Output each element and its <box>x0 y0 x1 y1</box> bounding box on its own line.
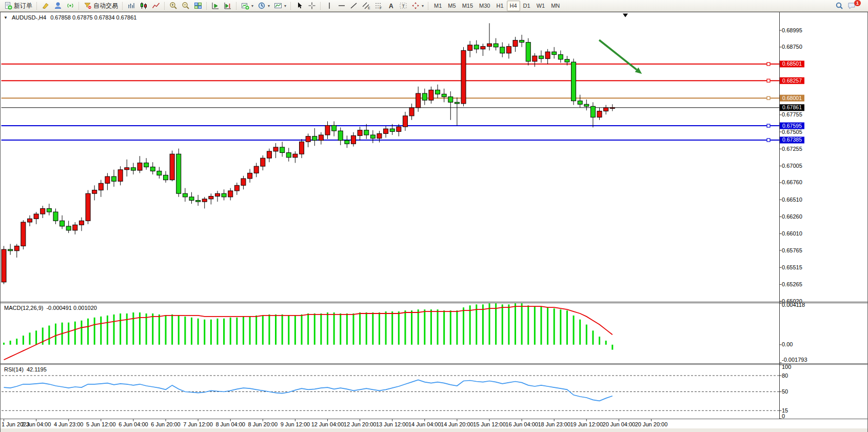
price-tick-label: 0.66510 <box>782 197 802 203</box>
candle <box>125 168 129 170</box>
toolbar-trendline-button[interactable] <box>348 1 360 11</box>
toolbar-zoom-in-button[interactable] <box>167 1 180 11</box>
linechart-icon <box>152 2 160 10</box>
price-tick-label: 0.68750 <box>782 44 802 50</box>
toolbar-vertical-line-button[interactable] <box>323 1 336 11</box>
text-t-icon: T <box>399 2 407 10</box>
toolbar-zoom-out-button[interactable] <box>180 1 192 11</box>
dropdown-caret-icon[interactable]: ▾ <box>422 4 424 8</box>
price-tick-label: 0.67505 <box>782 129 802 135</box>
toolbar-candle-chart-mode-button[interactable] <box>137 1 150 11</box>
timeframe-W1-button[interactable]: W1 <box>534 1 548 11</box>
toolbar-crosshair-button[interactable] <box>306 1 318 11</box>
toolbar-arrows-button[interactable]: ▾ <box>409 1 426 11</box>
svg-text:T: T <box>402 4 405 9</box>
macd-histogram-bar <box>566 310 568 345</box>
macd-histogram-bar <box>340 313 341 345</box>
toolbar-fibonacci-button[interactable]: F <box>372 1 385 11</box>
text-a-icon: A <box>387 2 395 10</box>
toolbar-cursor-button[interactable] <box>293 1 306 11</box>
candle <box>506 46 511 53</box>
candle <box>222 193 226 197</box>
toolbar-indicators-list-button[interactable]: ▾ <box>239 1 255 11</box>
macd-histogram-bar <box>540 306 542 345</box>
arrows-icon <box>411 2 420 10</box>
candle <box>442 94 446 96</box>
level-handle[interactable] <box>767 124 770 127</box>
candle <box>41 208 45 214</box>
toolbar-text-button[interactable]: A <box>385 1 397 11</box>
time-axis-label: 6 Jun 20:00 <box>151 421 181 427</box>
toolbar-market-signal-button[interactable] <box>64 1 76 11</box>
candle <box>448 97 453 103</box>
toolbar-tile-windows-button[interactable] <box>192 1 204 11</box>
timeframe-MN-button[interactable]: MN <box>548 1 563 11</box>
bars-icon <box>127 2 135 10</box>
toolbar-text-label-button[interactable]: T <box>397 1 409 11</box>
toolbar-profile-button[interactable] <box>52 1 64 11</box>
timeframe-H1-button[interactable]: H1 <box>493 1 506 11</box>
timeframe-M5-button[interactable]: M5 <box>445 1 459 11</box>
price-tag-text: 0.68257 <box>782 77 802 84</box>
toolbar: 新订单自动交易▾▾▾EFAT▾M1M5M15M30H1H4D1W1MN1 <box>0 0 868 12</box>
macd-histogram-bar <box>352 313 354 345</box>
candle <box>571 62 576 101</box>
candle <box>280 147 285 153</box>
window-bottom-strip <box>1 428 867 432</box>
time-axis-label: 15 Jun 12:00 <box>473 421 506 427</box>
toolbar-templates-button[interactable]: ▾ <box>272 1 288 11</box>
toolbar-auto-trading-button[interactable]: 自动交易 <box>82 1 120 11</box>
macd-histogram-bar <box>55 324 56 345</box>
level-handle[interactable] <box>767 79 770 82</box>
toolbar-separator <box>428 2 429 10</box>
dropdown-caret-icon[interactable]: ▾ <box>251 4 253 8</box>
timeframe-M1-button[interactable]: M1 <box>431 1 445 11</box>
candle <box>267 151 271 158</box>
level-handle[interactable] <box>767 63 770 66</box>
candle <box>241 179 246 185</box>
price-tick-label: 0.65515 <box>782 264 802 270</box>
candle <box>21 222 26 246</box>
toolbar-styler-button[interactable] <box>40 1 52 11</box>
macd-title: MACD(12,26,9) <box>4 305 43 311</box>
toolbar-new-order-button[interactable]: 新订单 <box>2 1 34 11</box>
collapse-caret-icon[interactable]: ▼ <box>4 15 8 20</box>
timeframe-M30-button[interactable]: M30 <box>476 1 493 11</box>
symbol-label: AUDUSD-,H4 <box>12 14 46 21</box>
toolbar-line-chart-mode-button[interactable] <box>150 1 162 11</box>
toolbar-bar-chart-mode-button[interactable] <box>125 1 137 11</box>
toolbar-horizontal-line-button[interactable] <box>336 1 348 11</box>
price-tick-label: 0.66260 <box>782 213 802 220</box>
rsi-title: RSI(14) <box>4 366 24 372</box>
toolbar-chat-button[interactable]: 1 <box>845 1 866 11</box>
macd-histogram-bar <box>68 323 69 345</box>
macd-histogram-bar <box>398 311 400 345</box>
timeframe-H4-button[interactable]: H4 <box>507 1 520 11</box>
timeframe-D1-button[interactable]: D1 <box>520 1 534 11</box>
timeframe-M15-button[interactable]: M15 <box>459 1 476 11</box>
candle <box>416 93 421 108</box>
toolbar-periods-button[interactable]: ▾ <box>255 1 272 11</box>
candle <box>474 45 479 49</box>
candle <box>532 56 537 62</box>
toolbar-button-label: 新订单 <box>14 2 32 10</box>
level-handle[interactable] <box>767 96 770 100</box>
dropdown-caret-icon[interactable]: ▾ <box>268 4 270 8</box>
candle <box>293 154 298 158</box>
macd-histogram-bar <box>437 309 439 345</box>
time-axis-label: 16 Jun 04:00 <box>505 421 538 427</box>
macd-histogram-bar <box>359 312 361 345</box>
candle <box>176 154 181 193</box>
candle <box>332 125 337 131</box>
toolbar-separator <box>36 2 37 10</box>
macd-histogram-bar <box>391 311 393 345</box>
toolbar-auto-scroll-button[interactable] <box>209 1 222 11</box>
macd-histogram-bar <box>159 315 160 345</box>
toolbar-search-button[interactable] <box>833 1 845 11</box>
dropdown-caret-icon[interactable]: ▾ <box>284 4 286 8</box>
level-handle[interactable] <box>767 139 770 142</box>
toolbar-chart-shift-button[interactable] <box>222 1 234 11</box>
chart-canvas[interactable]: 0.689950.687500.677550.675050.672550.670… <box>1 12 867 432</box>
toolbar-equidistant-channel-button[interactable]: E <box>360 1 372 11</box>
macd-histogram-bar <box>3 343 5 345</box>
